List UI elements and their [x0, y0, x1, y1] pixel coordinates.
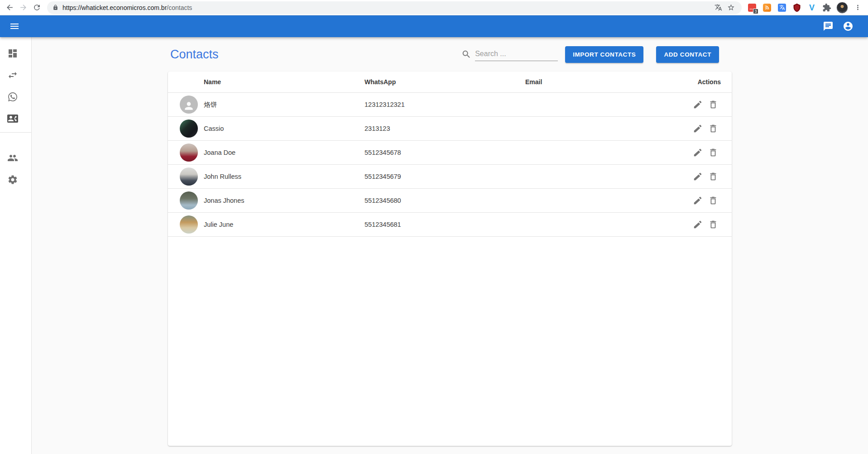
contact-avatar	[180, 143, 198, 162]
trash-icon	[708, 148, 718, 158]
url-text: https://whaticket.economicros.com.br/con…	[62, 4, 192, 11]
edit-pencil-icon	[693, 100, 703, 110]
chat-icon[interactable]	[818, 16, 838, 36]
header-actions: Actions	[686, 78, 732, 86]
trash-icon	[708, 100, 718, 110]
table-row: Jonas Jhones 5512345680	[168, 189, 732, 213]
sidebar-item-connections[interactable]	[0, 64, 31, 86]
delete-contact-button[interactable]	[705, 121, 721, 136]
table-row: John Rulless 5512345679	[168, 165, 732, 189]
translate-extension-icon[interactable]	[777, 3, 787, 13]
contact-avatar	[180, 119, 198, 138]
contact-name: John Rulless	[204, 173, 364, 180]
bookmark-star-icon[interactable]	[724, 1, 737, 14]
back-icon[interactable]	[3, 1, 16, 14]
page-title: Contacts	[168, 48, 219, 62]
header-whatsapp: WhatsApp	[364, 78, 525, 86]
v-extension-icon[interactable]: V	[807, 3, 817, 13]
edit-pencil-icon	[693, 220, 703, 229]
sidebar-item-dashboard[interactable]	[0, 43, 31, 64]
table-row: Joana Doe 5512345678	[168, 141, 732, 165]
edit-pencil-icon	[693, 148, 703, 158]
dashboard-icon	[7, 48, 18, 59]
swap-horiz-icon	[7, 70, 18, 81]
contact-avatar	[180, 191, 198, 210]
trash-icon	[708, 220, 718, 229]
sidebar-item-settings[interactable]	[0, 169, 31, 191]
extension-badge: 3	[753, 9, 758, 14]
account-circle-icon[interactable]	[838, 16, 858, 36]
edit-contact-button[interactable]	[690, 121, 705, 136]
header-name: Name	[204, 78, 364, 86]
sidebar-item-whatsapp[interactable]	[0, 86, 31, 108]
edit-contact-button[interactable]	[690, 169, 705, 184]
contact-whatsapp: 5512345681	[364, 221, 525, 228]
import-contacts-button[interactable]: IMPORT CONTACTS	[565, 46, 643, 63]
edit-pencil-icon	[693, 196, 703, 205]
people-icon	[7, 153, 18, 163]
contact-whatsapp: 5512345680	[364, 197, 525, 204]
forward-icon	[16, 1, 30, 14]
menu-icon[interactable]	[5, 16, 24, 36]
table-header-row: Name WhatsApp Email Actions	[168, 72, 732, 93]
contact-avatar	[180, 96, 198, 114]
contact-whatsapp: 2313123	[364, 125, 525, 132]
red-extension-icon[interactable]: … 3	[747, 3, 757, 13]
sidebar	[0, 37, 32, 454]
address-bar[interactable]: https://whaticket.economicros.com.br/con…	[47, 1, 742, 14]
add-contact-button[interactable]: ADD CONTACT	[656, 46, 719, 63]
edit-pencil-icon	[693, 124, 703, 134]
contact-whatsapp: 5512345678	[364, 149, 525, 156]
table-row: Cassio 2313123	[168, 117, 732, 141]
whatsapp-icon	[7, 91, 18, 102]
delete-contact-button[interactable]	[705, 145, 721, 160]
contact-phone-icon	[7, 113, 18, 124]
contacts-table: Name WhatsApp Email Actions 烙饼 123123123…	[168, 72, 732, 446]
edit-pencil-icon	[693, 172, 703, 182]
delete-contact-button[interactable]	[705, 193, 721, 208]
puzzle-extensions-icon[interactable]	[822, 3, 832, 13]
translate-page-icon[interactable]	[712, 1, 724, 14]
sidebar-item-contacts[interactable]	[0, 108, 31, 129]
contact-name: Cassio	[204, 125, 364, 132]
contact-avatar	[180, 167, 198, 186]
app-bar	[0, 15, 868, 37]
contact-name: Julie June	[204, 221, 364, 228]
search-box	[461, 48, 558, 61]
contact-name: 烙饼	[204, 100, 364, 109]
rss-extension-icon[interactable]	[762, 3, 772, 13]
search-input[interactable]	[475, 48, 558, 61]
reload-icon[interactable]	[30, 1, 43, 14]
delete-contact-button[interactable]	[705, 169, 721, 184]
delete-contact-button[interactable]	[705, 217, 721, 232]
table-row: 烙饼 12312312321	[168, 93, 732, 117]
kebab-menu-icon[interactable]	[852, 2, 863, 14]
contact-name: Jonas Jhones	[204, 197, 364, 204]
settings-gear-icon	[7, 174, 18, 185]
search-icon	[461, 49, 471, 59]
edit-contact-button[interactable]	[690, 217, 705, 232]
browser-toolbar: https://whaticket.economicros.com.br/con…	[0, 0, 868, 15]
contact-avatar	[180, 215, 198, 234]
sidebar-divider	[0, 132, 31, 133]
shield-extension-icon[interactable]	[792, 3, 802, 13]
sidebar-item-users[interactable]	[0, 147, 31, 169]
url-host: https://whaticket.economicros.com.br	[62, 4, 167, 11]
contacts-table-body: 烙饼 12312312321 Cassio 2313123	[168, 93, 732, 237]
contact-whatsapp: 12312312321	[364, 101, 525, 108]
trash-icon	[708, 124, 718, 134]
lock-icon	[53, 5, 58, 10]
header-email: Email	[525, 78, 686, 86]
edit-contact-button[interactable]	[690, 193, 705, 208]
url-path: /contacts	[167, 4, 192, 11]
edit-contact-button[interactable]	[690, 145, 705, 160]
trash-icon	[708, 196, 718, 205]
browser-profile-avatar[interactable]	[836, 2, 848, 14]
table-row: Julie June 5512345681	[168, 213, 732, 237]
extensions-area: … 3 V	[747, 3, 832, 13]
contact-whatsapp: 5512345679	[364, 173, 525, 180]
delete-contact-button[interactable]	[705, 97, 721, 112]
person-icon	[183, 100, 195, 112]
contact-name: Joana Doe	[204, 149, 364, 156]
edit-contact-button[interactable]	[690, 97, 705, 112]
